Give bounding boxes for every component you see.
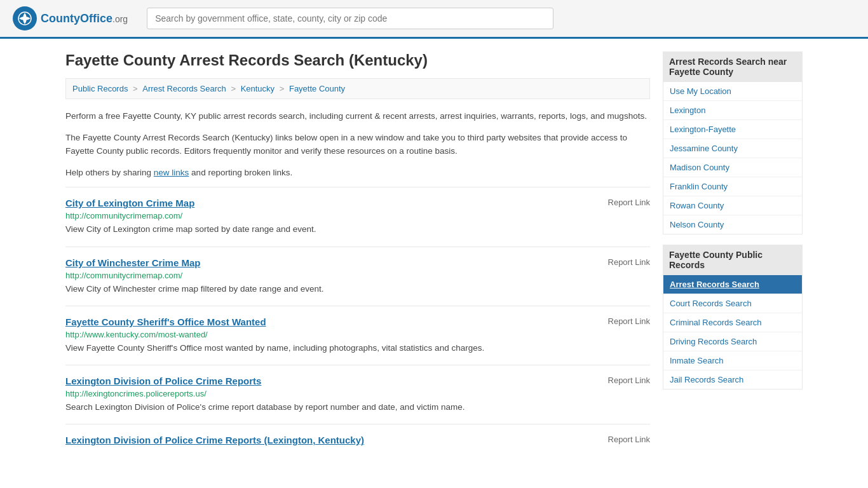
breadcrumb-kentucky[interactable]: Kentucky bbox=[241, 84, 275, 93]
description-3: Help others by sharing new links and rep… bbox=[65, 166, 650, 180]
sidebar-records-item: Arrest Records Search bbox=[663, 275, 802, 294]
sidebar-records-link[interactable]: Arrest Records Search bbox=[663, 275, 802, 294]
record-header: City of Lexington Crime Map Report Link bbox=[65, 198, 650, 208]
content-area: Fayette County Arrest Records Search (Ke… bbox=[65, 51, 650, 458]
breadcrumb-public-records[interactable]: Public Records bbox=[72, 84, 128, 93]
sidebar-nearby-link[interactable]: Rowan County bbox=[663, 196, 802, 215]
record-entry: Lexington Division of Police Crime Repor… bbox=[65, 424, 650, 458]
site-header: CountyOffice.org bbox=[0, 0, 868, 39]
breadcrumb: Public Records > Arrest Records Search >… bbox=[65, 78, 650, 99]
record-title[interactable]: City of Lexington Crime Map bbox=[65, 198, 194, 208]
record-entry: City of Winchester Crime Map Report Link… bbox=[65, 247, 650, 306]
sidebar-records-link[interactable]: Inmate Search bbox=[663, 351, 802, 370]
sidebar-records-item: Criminal Records Search bbox=[663, 313, 802, 332]
sidebar-records-link[interactable]: Court Records Search bbox=[663, 294, 802, 313]
sidebar-records-link[interactable]: Jail Records Search bbox=[663, 370, 802, 389]
logo[interactable]: CountyOffice.org bbox=[13, 6, 128, 30]
sidebar-nearby-item: Lexington bbox=[663, 101, 802, 120]
record-title[interactable]: Lexington Division of Police Crime Repor… bbox=[65, 435, 364, 445]
sidebar-nearby-item: Rowan County bbox=[663, 196, 802, 215]
nearby-section: Arrest Records Search near Fayette Count… bbox=[663, 51, 803, 234]
public-records-links: Arrest Records SearchCourt Records Searc… bbox=[663, 275, 803, 390]
sidebar-records-item: Court Records Search bbox=[663, 294, 802, 313]
record-header: City of Winchester Crime Map Report Link bbox=[65, 257, 650, 268]
report-link[interactable]: Report Link bbox=[608, 198, 650, 207]
sidebar-nearby-item: Use My Location bbox=[663, 82, 802, 101]
record-header: Lexington Division of Police Crime Repor… bbox=[65, 435, 650, 445]
record-url[interactable]: http://communitycrimemap.com/ bbox=[65, 271, 650, 280]
record-title[interactable]: City of Winchester Crime Map bbox=[65, 257, 200, 268]
sidebar-records-item: Driving Records Search bbox=[663, 332, 802, 351]
record-url[interactable]: http://communitycrimemap.com/ bbox=[65, 211, 650, 220]
description-1: Perform a free Fayette County, KY public… bbox=[65, 109, 650, 123]
sidebar-nearby-link[interactable]: Lexington bbox=[663, 101, 802, 119]
sidebar-nearby-link[interactable]: Use My Location bbox=[663, 82, 802, 100]
report-link[interactable]: Report Link bbox=[608, 376, 650, 385]
sidebar-nearby-link[interactable]: Jessamine County bbox=[663, 139, 802, 158]
new-links-link[interactable]: new links bbox=[154, 168, 189, 177]
nearby-section-title: Arrest Records Search near Fayette Count… bbox=[663, 51, 803, 82]
record-entry: City of Lexington Crime Map Report Link … bbox=[65, 187, 650, 246]
sidebar-records-link[interactable]: Driving Records Search bbox=[663, 332, 802, 351]
report-link[interactable]: Report Link bbox=[608, 435, 650, 444]
sidebar-nearby-item: Madison County bbox=[663, 158, 802, 177]
record-entry: Fayette County Sheriff's Office Most Wan… bbox=[65, 306, 650, 365]
record-entry: Lexington Division of Police Crime Repor… bbox=[65, 365, 650, 424]
nearby-links: Use My LocationLexingtonLexington-Fayett… bbox=[663, 82, 803, 234]
breadcrumb-fayette-county[interactable]: Fayette County bbox=[289, 84, 345, 93]
sidebar-nearby-item: Lexington-Fayette bbox=[663, 120, 802, 139]
sidebar-nearby-item: Jessamine County bbox=[663, 139, 802, 158]
sidebar-nearby-link[interactable]: Franklin County bbox=[663, 177, 802, 196]
record-desc: View City of Lexington crime map sorted … bbox=[65, 223, 650, 236]
search-input[interactable] bbox=[147, 8, 553, 29]
sidebar-nearby-link[interactable]: Lexington-Fayette bbox=[663, 120, 802, 139]
record-url[interactable]: http://www.kentucky.com/most-wanted/ bbox=[65, 330, 650, 339]
sidebar-records-link[interactable]: Criminal Records Search bbox=[663, 313, 802, 332]
main-container: Fayette County Arrest Records Search (Ke… bbox=[53, 39, 815, 471]
record-title[interactable]: Lexington Division of Police Crime Repor… bbox=[65, 376, 261, 386]
report-link[interactable]: Report Link bbox=[608, 257, 650, 267]
sidebar: Arrest Records Search near Fayette Count… bbox=[663, 51, 803, 458]
sidebar-nearby-link[interactable]: Nelson County bbox=[663, 215, 802, 234]
record-header: Lexington Division of Police Crime Repor… bbox=[65, 376, 650, 386]
report-link[interactable]: Report Link bbox=[608, 316, 650, 326]
sidebar-nearby-link[interactable]: Madison County bbox=[663, 158, 802, 177]
sidebar-records-item: Inmate Search bbox=[663, 351, 802, 370]
sidebar-nearby-item: Franklin County bbox=[663, 177, 802, 196]
public-records-section-title: Fayette County Public Records bbox=[663, 245, 803, 275]
record-desc: Search Lexington Division of Police's cr… bbox=[65, 401, 650, 414]
record-desc: View Fayette County Sheriff's Office mos… bbox=[65, 342, 650, 355]
records-container: City of Lexington Crime Map Report Link … bbox=[65, 187, 650, 458]
record-desc: View City of Winchester crime map filter… bbox=[65, 283, 650, 295]
logo-text: CountyOffice.org bbox=[41, 12, 128, 25]
record-url[interactable]: http://lexingtoncrimes.policereports.us/ bbox=[65, 389, 650, 398]
sidebar-nearby-item: Nelson County bbox=[663, 215, 802, 234]
logo-icon bbox=[13, 6, 37, 30]
sidebar-records-item: Jail Records Search bbox=[663, 370, 802, 389]
public-records-section: Fayette County Public Records Arrest Rec… bbox=[663, 245, 803, 390]
record-title[interactable]: Fayette County Sheriff's Office Most Wan… bbox=[65, 316, 266, 327]
description-2: The Fayette County Arrest Records Search… bbox=[65, 131, 650, 158]
breadcrumb-arrest-records[interactable]: Arrest Records Search bbox=[142, 84, 226, 93]
page-title: Fayette County Arrest Records Search (Ke… bbox=[65, 51, 650, 69]
record-header: Fayette County Sheriff's Office Most Wan… bbox=[65, 316, 650, 327]
